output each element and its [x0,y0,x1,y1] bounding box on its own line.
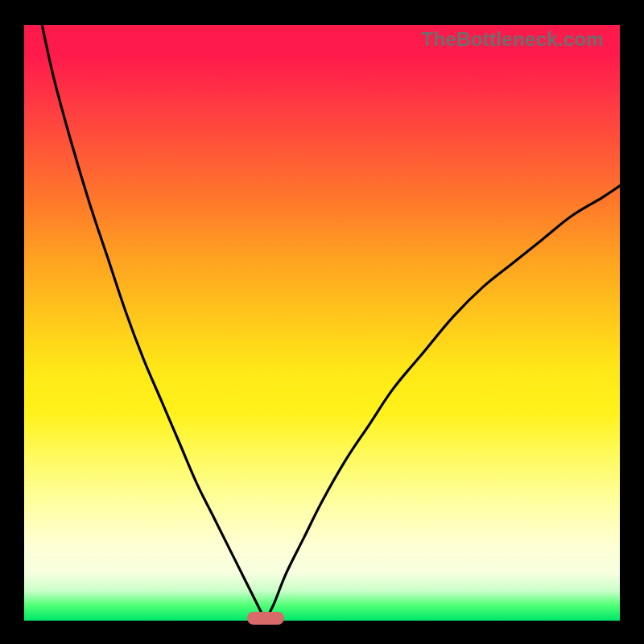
plot-area: TheBottleneck.com [24,25,620,621]
series-bottleneck-curve-left [42,25,266,621]
series-bottleneck-curve-right [266,186,620,621]
bottleneck-curve [24,25,620,621]
chart-stage: TheBottleneck.com [0,0,644,644]
minimum-marker [247,612,284,625]
